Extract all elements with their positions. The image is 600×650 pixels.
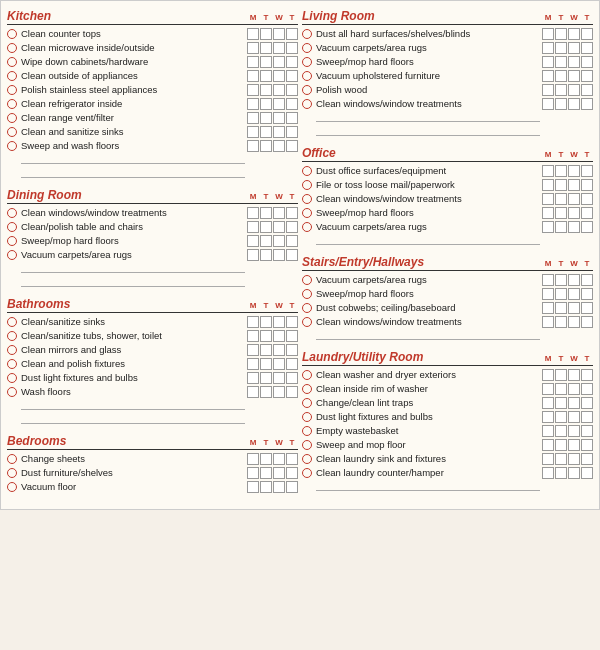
check-box[interactable] (568, 84, 580, 96)
check-box[interactable] (581, 369, 593, 381)
check-box[interactable] (260, 84, 272, 96)
check-box[interactable] (273, 84, 285, 96)
check-box[interactable] (286, 249, 298, 261)
check-box[interactable] (260, 207, 272, 219)
check-box[interactable] (286, 56, 298, 68)
check-box[interactable] (542, 453, 554, 465)
check-box[interactable] (568, 56, 580, 68)
check-box[interactable] (581, 288, 593, 300)
check-box[interactable] (581, 165, 593, 177)
check-box[interactable] (568, 179, 580, 191)
check-box[interactable] (581, 411, 593, 423)
check-box[interactable] (286, 235, 298, 247)
check-box[interactable] (273, 467, 285, 479)
check-box[interactable] (286, 84, 298, 96)
check-box[interactable] (286, 372, 298, 384)
check-box[interactable] (260, 330, 272, 342)
check-box[interactable] (542, 56, 554, 68)
check-box[interactable] (247, 98, 259, 110)
check-box[interactable] (260, 386, 272, 398)
check-box[interactable] (555, 369, 567, 381)
check-box[interactable] (286, 316, 298, 328)
check-box[interactable] (555, 453, 567, 465)
check-box[interactable] (247, 207, 259, 219)
check-box[interactable] (260, 221, 272, 233)
check-box[interactable] (581, 302, 593, 314)
check-box[interactable] (581, 425, 593, 437)
check-box[interactable] (247, 249, 259, 261)
check-box[interactable] (568, 28, 580, 40)
check-box[interactable] (286, 221, 298, 233)
check-box[interactable] (555, 467, 567, 479)
check-box[interactable] (247, 84, 259, 96)
check-box[interactable] (581, 397, 593, 409)
check-box[interactable] (555, 193, 567, 205)
check-box[interactable] (247, 386, 259, 398)
check-box[interactable] (286, 344, 298, 356)
check-box[interactable] (555, 84, 567, 96)
check-box[interactable] (260, 98, 272, 110)
check-box[interactable] (247, 344, 259, 356)
check-box[interactable] (273, 140, 285, 152)
check-box[interactable] (286, 28, 298, 40)
check-box[interactable] (542, 98, 554, 110)
check-box[interactable] (568, 98, 580, 110)
check-box[interactable] (555, 28, 567, 40)
check-box[interactable] (247, 42, 259, 54)
check-box[interactable] (581, 207, 593, 219)
check-box[interactable] (542, 165, 554, 177)
check-box[interactable] (286, 386, 298, 398)
check-box[interactable] (260, 42, 272, 54)
check-box[interactable] (273, 126, 285, 138)
check-box[interactable] (273, 453, 285, 465)
check-box[interactable] (568, 439, 580, 451)
check-box[interactable] (581, 98, 593, 110)
check-box[interactable] (542, 179, 554, 191)
check-box[interactable] (286, 112, 298, 124)
check-box[interactable] (273, 56, 285, 68)
check-box[interactable] (247, 467, 259, 479)
check-box[interactable] (542, 383, 554, 395)
check-box[interactable] (568, 221, 580, 233)
check-box[interactable] (260, 140, 272, 152)
check-box[interactable] (581, 70, 593, 82)
check-box[interactable] (555, 207, 567, 219)
check-box[interactable] (568, 42, 580, 54)
check-box[interactable] (555, 56, 567, 68)
check-box[interactable] (247, 112, 259, 124)
check-box[interactable] (581, 221, 593, 233)
check-box[interactable] (542, 70, 554, 82)
check-box[interactable] (568, 274, 580, 286)
check-box[interactable] (286, 70, 298, 82)
check-box[interactable] (542, 42, 554, 54)
check-box[interactable] (542, 369, 554, 381)
check-box[interactable] (247, 70, 259, 82)
check-box[interactable] (247, 28, 259, 40)
check-box[interactable] (286, 330, 298, 342)
check-box[interactable] (273, 42, 285, 54)
check-box[interactable] (542, 439, 554, 451)
check-box[interactable] (581, 453, 593, 465)
check-box[interactable] (260, 28, 272, 40)
check-box[interactable] (555, 302, 567, 314)
check-box[interactable] (247, 453, 259, 465)
check-box[interactable] (273, 249, 285, 261)
check-box[interactable] (542, 274, 554, 286)
check-box[interactable] (555, 397, 567, 409)
check-box[interactable] (273, 344, 285, 356)
check-box[interactable] (581, 84, 593, 96)
check-box[interactable] (260, 235, 272, 247)
check-box[interactable] (273, 98, 285, 110)
check-box[interactable] (542, 302, 554, 314)
check-box[interactable] (273, 112, 285, 124)
check-box[interactable] (273, 386, 285, 398)
check-box[interactable] (260, 126, 272, 138)
check-box[interactable] (568, 165, 580, 177)
check-box[interactable] (581, 193, 593, 205)
check-box[interactable] (542, 288, 554, 300)
check-box[interactable] (247, 140, 259, 152)
check-box[interactable] (568, 411, 580, 423)
check-box[interactable] (568, 302, 580, 314)
check-box[interactable] (568, 70, 580, 82)
check-box[interactable] (568, 467, 580, 479)
